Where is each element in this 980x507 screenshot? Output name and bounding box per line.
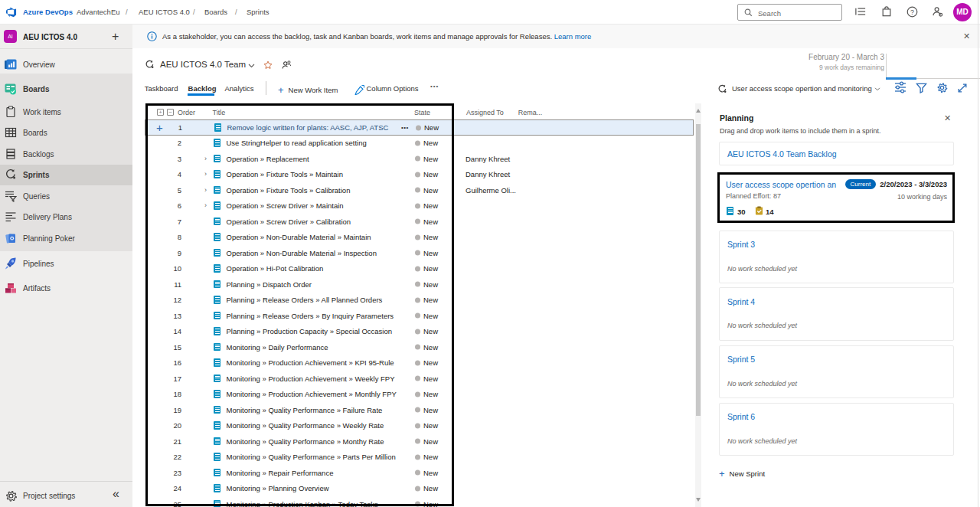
svg-text:?: ? — [910, 8, 914, 16]
